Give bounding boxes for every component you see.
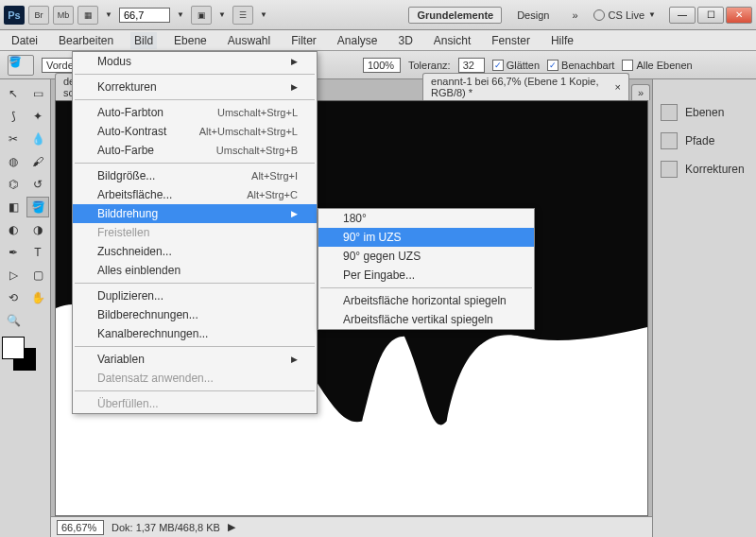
minibridge-button[interactable]: Mb (53, 6, 74, 25)
cslive-button[interactable]: CS Live▼ (593, 9, 656, 21)
stamp-tool[interactable]: ⌬ (2, 174, 25, 195)
status-doc-size: Dok: 1,37 MB/468,8 KB (112, 522, 220, 533)
arrange-dropdown[interactable]: ▼ (102, 6, 115, 25)
submenu-item[interactable]: Arbeitsfläche vertikal spiegeln (318, 310, 534, 329)
rotate-tool[interactable]: ⟲ (2, 287, 25, 308)
status-zoom[interactable]: 66,67% (57, 520, 104, 535)
bridge-button[interactable]: Br (28, 6, 49, 25)
menu-fenster[interactable]: Fenster (488, 32, 534, 49)
menu-item: Überfüllen... (73, 394, 317, 413)
menu-3d[interactable]: 3D (395, 32, 417, 49)
maximize-button[interactable]: ☐ (697, 7, 724, 24)
arrange-button[interactable]: ▦ (77, 6, 98, 25)
brush-tool[interactable]: 🖌 (26, 151, 49, 172)
menu-item[interactable]: Bildgröße...Alt+Strg+I (73, 166, 317, 185)
submenu-arrow-icon: ▶ (291, 57, 298, 66)
lasso-tool[interactable]: ⟆ (2, 106, 25, 127)
menu-bearbeiten[interactable]: Bearbeiten (55, 32, 117, 49)
workspace: ↖ ▭ ⟆ ✦ ✂ 💧 ◍ 🖌 ⌬ ↺ ◧ 🪣 ◐ ◑ ✒ T ▷ ▢ ⟲ ✋ … (0, 79, 756, 537)
zoom-tool[interactable]: 🔍 (2, 310, 25, 331)
submenu-item[interactable]: Per Eingabe... (318, 266, 534, 285)
menu-hilfe[interactable]: Hilfe (547, 32, 577, 49)
color-swatches[interactable] (2, 337, 40, 374)
submenu-item[interactable]: 180° (318, 209, 534, 228)
eyedropper-tool[interactable]: 💧 (26, 129, 49, 149)
bucket-tool[interactable]: 🪣 (26, 197, 49, 217)
extras-dropdown[interactable]: ▼ (257, 6, 270, 25)
tolerance-label: Toleranz: (408, 60, 451, 71)
title-bar: Ps Br Mb ▦ ▼ 66,7 ▼ ▣ ▼ ☰ ▼ Grundelement… (0, 0, 756, 30)
menu-item[interactable]: Auto-KontrastAlt+Umschalt+Strg+L (73, 122, 317, 141)
menu-ebene[interactable]: Ebene (170, 32, 211, 49)
hand-tool[interactable]: ✋ (26, 287, 49, 308)
menu-item[interactable]: Auto-FarbeUmschalt+Strg+B (73, 141, 317, 160)
menu-item[interactable]: Auto-FarbtonUmschalt+Strg+L (73, 103, 317, 122)
marquee-tool[interactable]: ▭ (26, 83, 49, 104)
menu-item: Freistellen (73, 223, 317, 242)
menu-bild-dropdown: Modus▶Korrekturen▶Auto-FarbtonUmschalt+S… (72, 51, 318, 414)
menu-item[interactable]: Variablen▶ (73, 350, 317, 369)
paths-icon (661, 132, 678, 149)
status-bar: 66,67% Dok: 1,37 MB/468,8 KB ▶ (51, 516, 652, 537)
menu-item[interactable]: Arbeitsfläche...Alt+Strg+C (73, 185, 317, 204)
panel-adjustments[interactable]: Korrekturen (659, 155, 750, 183)
path-tool[interactable]: ▷ (2, 265, 25, 286)
menu-item[interactable]: Duplizieren... (73, 286, 317, 305)
zoom-input[interactable]: 66,7 (119, 8, 170, 23)
workspace-design[interactable]: Design (509, 8, 557, 23)
menu-item[interactable]: Korrekturen▶ (73, 78, 317, 96)
menu-item[interactable]: Bildberechnungen... (73, 305, 317, 324)
antialias-checkbox[interactable]: ✓Glätten (492, 60, 540, 71)
menu-item[interactable]: Kanalberechnungen... (73, 324, 317, 343)
submenu-arrow-icon: ▶ (291, 209, 298, 218)
contiguous-checkbox[interactable]: ✓Benachbart (547, 60, 614, 71)
menu-datei[interactable]: Datei (8, 32, 42, 49)
menu-item[interactable]: Bilddrehung▶ (73, 204, 317, 223)
zoom-percent[interactable]: 100% (363, 58, 401, 73)
crop-tool[interactable]: ✂ (2, 129, 25, 149)
menu-analyse[interactable]: Analyse (334, 32, 382, 49)
eraser-tool[interactable]: ◧ (2, 197, 25, 217)
app-icon: Ps (4, 6, 25, 25)
shape-tool[interactable]: ▢ (26, 265, 49, 286)
dodge-tool[interactable]: ◑ (26, 219, 49, 240)
status-arrow[interactable]: ▶ (228, 521, 235, 533)
history-brush-tool[interactable]: ↺ (26, 174, 49, 195)
alllayers-checkbox[interactable]: Alle Ebenen (622, 60, 692, 71)
submenu-item[interactable]: 90° im UZS (318, 228, 534, 247)
panel-paths[interactable]: Pfade (659, 127, 750, 155)
submenu-arrow-icon: ▶ (291, 82, 298, 92)
tolerance-input[interactable]: 32 (458, 58, 485, 73)
workspace-more[interactable]: » (564, 8, 585, 23)
submenu-item[interactable]: Arbeitsfläche horizontal spiegeln (318, 291, 534, 310)
wand-tool[interactable]: ✦ (26, 106, 49, 127)
submenu-item[interactable]: 90° gegen UZS (318, 247, 534, 266)
layers-icon (661, 104, 678, 121)
minimize-button[interactable]: — (669, 7, 696, 24)
menu-item[interactable]: Modus▶ (73, 52, 317, 71)
foreground-color-swatch[interactable] (2, 337, 25, 359)
current-tool-icon[interactable]: 🪣 (8, 55, 34, 76)
menu-ansicht[interactable]: Ansicht (430, 32, 474, 49)
screen-mode-dropdown[interactable]: ▼ (215, 6, 229, 25)
menu-filter[interactable]: Filter (287, 32, 320, 49)
screen-mode-button[interactable]: ▣ (191, 6, 212, 25)
close-button[interactable]: ✕ (726, 7, 752, 24)
zoom-dropdown[interactable]: ▼ (174, 6, 187, 25)
blur-tool[interactable]: ◐ (2, 219, 25, 240)
document-tab-active[interactable]: enannt-1 bei 66,7% (Ebene 1 Kopie, RGB/8… (422, 73, 629, 100)
workspace-grundelemente[interactable]: Grundelemente (408, 7, 502, 24)
pen-tool[interactable]: ✒ (2, 242, 25, 263)
tab-overflow[interactable]: » (631, 84, 650, 100)
heal-tool[interactable]: ◍ (2, 151, 25, 172)
type-tool[interactable]: T (26, 242, 49, 263)
tab-close-icon[interactable]: × (614, 81, 620, 93)
extras-button[interactable]: ☰ (232, 6, 253, 25)
menu-auswahl[interactable]: Auswahl (224, 32, 274, 49)
panel-layers[interactable]: Ebenen (659, 98, 750, 127)
menu-bild[interactable]: Bild (130, 32, 157, 49)
menu-item[interactable]: Zuschneiden... (73, 242, 317, 261)
menu-bar: DateiBearbeitenBildEbeneAuswahlFilterAna… (0, 30, 756, 51)
menu-item[interactable]: Alles einblenden (73, 261, 317, 280)
move-tool[interactable]: ↖ (2, 83, 25, 104)
